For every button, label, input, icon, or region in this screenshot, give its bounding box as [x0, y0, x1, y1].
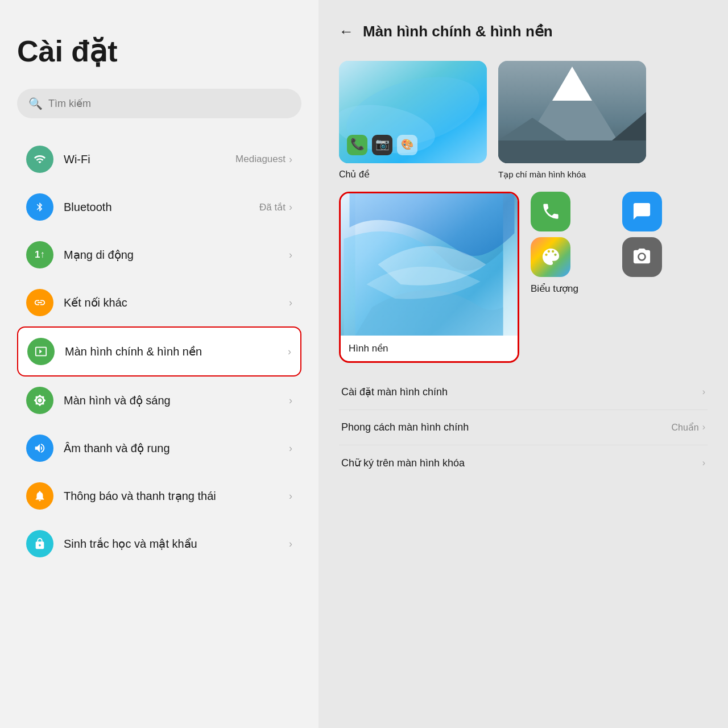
cai-dat-chevron: › — [702, 387, 705, 397]
sound-label: Âm thanh và độ rung — [64, 441, 289, 455]
back-button[interactable]: ← — [339, 23, 354, 40]
chu-de-card[interactable]: 📞 📷 🎨 Chủ đề — [339, 61, 487, 180]
screen-label: Màn hình và độ sáng — [64, 394, 289, 407]
colorful-icon — [531, 237, 570, 277]
settings-item-wifi[interactable]: Wi-Fi Mediaguest › — [17, 135, 301, 183]
connection-icon — [26, 289, 53, 316]
messages-icon — [622, 192, 662, 231]
hinh-nen-svg — [341, 193, 518, 336]
hinh-nen-label: Hình nền — [341, 336, 518, 361]
right-panel-title: Màn hình chính & hình nền — [363, 23, 553, 40]
right-settings-list: Cài đặt màn hình chính › Phong cách màn … — [339, 374, 708, 481]
right-header: ← Màn hình chính & hình nền — [339, 23, 708, 40]
bio-label: Sinh trắc học và mật khẩu — [64, 537, 289, 551]
settings-item-connection[interactable]: Kết nối khác › — [17, 279, 301, 326]
mobile-chevron: › — [289, 249, 292, 261]
settings-item-bio[interactable]: Sinh trắc học và mật khẩu › — [17, 520, 301, 568]
search-bar[interactable]: 🔍 — [17, 89, 301, 118]
hinh-nen-thumb — [341, 193, 518, 336]
svg-rect-5 — [372, 135, 392, 155]
tap-chi-thumb — [498, 61, 646, 163]
cai-dat-man-hinh-label: Cài đặt màn hình chính — [341, 386, 702, 398]
camera-icon — [622, 237, 662, 277]
connection-chevron: › — [289, 297, 292, 309]
search-icon: 🔍 — [28, 97, 43, 110]
settings-item-sound[interactable]: Âm thanh và độ rung › — [17, 424, 301, 472]
svg-rect-7 — [397, 135, 417, 155]
chu-ky-chevron: › — [702, 458, 705, 468]
settings-item-bluetooth[interactable]: Bluetooth Đã tắt › — [17, 183, 301, 231]
svg-text:📞: 📞 — [350, 137, 365, 151]
phone-icon — [531, 192, 570, 231]
settings-list: Wi-Fi Mediaguest › Bluetooth Đã tắt › 1↑… — [17, 135, 301, 568]
cai-dat-man-hinh-item[interactable]: Cài đặt màn hình chính › — [339, 374, 708, 410]
chu-ky-label: Chữ ký trên màn hình khóa — [341, 457, 702, 469]
notify-label: Thông báo và thanh trạng thái — [64, 489, 289, 503]
screen-chevron: › — [289, 395, 292, 407]
phong-cach-value: Chuẩn — [671, 422, 698, 433]
sound-chevron: › — [289, 442, 292, 454]
mobile-label: Mạng di động — [64, 248, 289, 262]
phong-cach-label: Phong cách màn hình chính — [341, 421, 671, 433]
mobile-icon: 1↑ — [26, 241, 53, 268]
phong-cach-chevron: › — [702, 422, 705, 432]
bluetooth-icon — [26, 193, 53, 221]
bieu-tuong-card[interactable]: Biểu tượng — [531, 192, 708, 295]
settings-item-notify[interactable]: Thông báo và thanh trạng thái › — [17, 472, 301, 520]
settings-item-mobile[interactable]: 1↑ Mạng di động › — [17, 231, 301, 279]
right-panel: ← Màn hình chính & hình nền — [318, 0, 728, 728]
phong-cach-item[interactable]: Phong cách màn hình chính Chuẩn › — [339, 410, 708, 445]
bluetooth-chevron: › — [289, 201, 292, 213]
chu-ky-item[interactable]: Chữ ký trên màn hình khóa › — [339, 445, 708, 481]
chu-de-label: Chủ đề — [339, 169, 487, 180]
sound-icon — [26, 435, 53, 462]
wifi-chevron: › — [289, 154, 292, 166]
bieu-tuong-label: Biểu tượng — [531, 283, 708, 295]
connection-label: Kết nối khác — [64, 296, 289, 309]
display-chevron: › — [288, 346, 291, 358]
bluetooth-value: Đã tắt — [259, 201, 286, 213]
settings-item-display[interactable]: Màn hình chính & hình nền › — [17, 326, 301, 377]
notify-icon — [26, 482, 53, 510]
chu-de-thumb: 📞 📷 🎨 — [339, 61, 487, 163]
tap-chi-card[interactable]: Tạp chí màn hình khóa — [498, 61, 646, 180]
display-icon — [27, 338, 55, 365]
wifi-label: Wi-Fi — [64, 153, 235, 166]
chu-de-svg: 📞 📷 🎨 — [339, 61, 487, 163]
display-label: Màn hình chính & hình nền — [65, 345, 288, 358]
svg-rect-3 — [347, 135, 367, 155]
notify-chevron: › — [289, 490, 292, 502]
search-input[interactable] — [48, 98, 290, 110]
bieu-tuong-icons-grid — [531, 192, 708, 277]
wifi-value: Mediaguest — [235, 154, 286, 165]
tap-chi-label: Tạp chí màn hình khóa — [498, 169, 646, 180]
settings-left-panel: Cài đặt 🔍 Wi-Fi Mediaguest › Bluetooth Đ… — [0, 0, 318, 728]
app-title: Cài đặt — [17, 34, 301, 68]
screen-icon — [26, 387, 53, 414]
bio-icon — [26, 530, 53, 557]
bluetooth-label: Bluetooth — [64, 201, 259, 214]
settings-item-screen[interactable]: Màn hình và độ sáng › — [17, 377, 301, 424]
svg-text:📷: 📷 — [375, 137, 390, 151]
wifi-icon — [26, 146, 53, 173]
hinh-nen-card[interactable]: Hình nền — [339, 192, 519, 363]
bio-chevron: › — [289, 538, 292, 550]
mountain-svg — [498, 61, 646, 163]
top-cards-grid: 📞 📷 🎨 Chủ đề — [339, 61, 708, 180]
svg-text:🎨: 🎨 — [401, 138, 414, 151]
svg-rect-12 — [498, 140, 646, 163]
middle-cards-row: Hình nền Biể — [339, 192, 708, 363]
